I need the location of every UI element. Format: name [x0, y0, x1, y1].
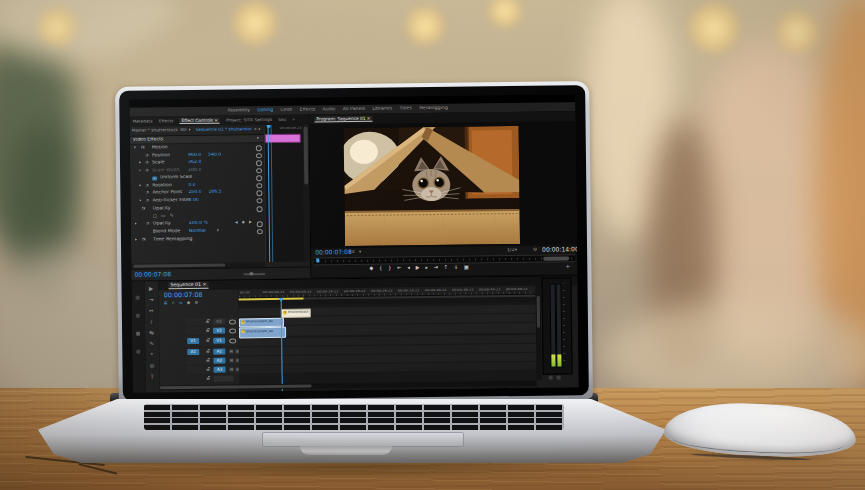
workspace-tab-audio[interactable]: Audio — [322, 107, 335, 112]
position-y-value[interactable]: 540.0 — [208, 152, 221, 157]
go-to-out-icon[interactable]: ⇥ — [433, 265, 438, 271]
close-icon[interactable]: × — [203, 282, 207, 287]
program-current-timecode[interactable]: 00:00:07:08 — [315, 249, 352, 255]
tab-effect-controls[interactable]: Effect Controls × — [179, 118, 220, 125]
timeline-settings-icon[interactable]: ⚙ — [194, 301, 198, 306]
expand-icon[interactable]: ▸ — [135, 222, 137, 226]
hand-tool[interactable]: * — [145, 352, 158, 358]
settings-wrench-icon[interactable]: ⚙ — [533, 247, 537, 252]
export-frame-icon[interactable]: ▣ — [464, 265, 469, 271]
stopwatch-icon[interactable]: ◔ — [145, 183, 149, 187]
extract-icon[interactable]: ↓ — [454, 265, 459, 271]
timeline-timecode[interactable]: 00:00:07:08 — [164, 292, 203, 299]
ec-video-effects-bar[interactable]: Video Effects ▾ — [130, 135, 264, 145]
program-playhead[interactable] — [316, 258, 319, 262]
keyframe-prev-icon[interactable]: ◀ — [235, 220, 238, 224]
chevron-down-icon[interactable]: ▾ — [217, 228, 219, 232]
track-target-master[interactable] — [214, 375, 234, 382]
ec-sequence-clip[interactable]: Sequence 01 * shutterstoc… — [196, 127, 252, 132]
ellipse-mask-icon[interactable]: ○ — [153, 213, 158, 218]
eye-icon[interactable] — [229, 320, 236, 325]
timeline-clip-v3[interactable]: fx shutterstock — [281, 308, 311, 317]
mark-out-icon[interactable]: } — [388, 266, 392, 272]
zoom-slider[interactable] — [243, 273, 265, 275]
lock-icon[interactable] — [206, 329, 209, 332]
lock-icon[interactable] — [207, 377, 210, 380]
track-target-a2[interactable]: A2 — [213, 357, 225, 364]
chevron-down-icon[interactable]: ▾ — [257, 136, 259, 140]
reset-icon[interactable] — [256, 198, 262, 204]
tab-project[interactable]: Project: SITX Settings — [226, 118, 272, 123]
workspace-tab-editing[interactable]: Editing — [257, 108, 273, 113]
play-button-icon[interactable]: ▶ — [415, 265, 419, 271]
pen-mask-icon[interactable]: ✎ — [170, 213, 174, 218]
source-patch-a1[interactable]: A1 — [187, 348, 199, 355]
workspace-tab-libraries[interactable]: Libraries — [372, 107, 392, 112]
chevron-down-icon[interactable]: ▾ — [359, 250, 361, 254]
opacity-value[interactable]: 100.0 % — [189, 221, 208, 226]
reset-icon[interactable] — [257, 229, 263, 235]
ec-row-anti-flicker[interactable]: ▸ ◔ Anti-flicker Filter 0.00 — [130, 197, 264, 206]
anchor-y-value[interactable]: 166.5 — [208, 190, 221, 195]
mute-button[interactable]: M — [229, 358, 233, 362]
close-icon[interactable]: × — [214, 118, 218, 123]
reset-icon[interactable] — [256, 153, 262, 159]
position-x-value[interactable]: 960.0 — [188, 152, 201, 157]
rect-mask-icon[interactable]: ▭ — [161, 213, 166, 218]
mute-button[interactable]: M — [229, 349, 233, 353]
stopwatch-icon[interactable]: ◔ — [145, 191, 149, 195]
lock-icon[interactable] — [206, 359, 209, 362]
reset-icon[interactable] — [257, 221, 263, 227]
track-select-tool[interactable]: ⇥ — [145, 297, 158, 303]
meter-button[interactable] — [557, 375, 561, 379]
add-marker-icon[interactable]: ◆ — [187, 301, 191, 306]
ec-row-blend-mode[interactable]: Blend Mode Normal ▾ — [131, 228, 265, 237]
lock-icon[interactable] — [206, 350, 209, 353]
add-marker-icon[interactable]: ◆ — [369, 266, 373, 272]
eye-icon[interactable] — [229, 329, 236, 334]
expand-icon[interactable]: ▸ — [139, 161, 141, 165]
tab-sequence[interactable]: Sequence 01 × — [168, 282, 208, 289]
reset-icon[interactable] — [256, 145, 262, 151]
stopwatch-icon[interactable]: ◔ — [146, 222, 150, 226]
blend-mode-value[interactable]: Normal — [189, 228, 206, 233]
zoom-tool[interactable]: ◎ — [145, 363, 158, 369]
timeline-clip-v2[interactable]: fx shutterstock_40 — [239, 317, 284, 327]
track-target-v2[interactable]: V2 — [213, 327, 225, 334]
lock-icon[interactable] — [206, 320, 209, 323]
expand-icon[interactable]: ▸ — [139, 183, 141, 187]
keyframe-next-icon[interactable]: ▶ — [249, 220, 252, 224]
eye-icon[interactable] — [229, 339, 236, 344]
anchor-x-value[interactable]: 250.0 — [188, 190, 201, 195]
workspace-tab-assembly[interactable]: Assembly — [227, 108, 250, 113]
tab-source-truncated[interactable]: Sou — [278, 118, 286, 122]
ec-master-clip[interactable]: Master * shutterstock_4048… — [132, 128, 187, 133]
tab-metadata[interactable]: Metadata — [132, 119, 152, 124]
reset-icon[interactable] — [257, 206, 263, 212]
step-back-icon[interactable]: ◂ — [407, 265, 410, 271]
razor-tool[interactable]: / — [145, 319, 158, 325]
keyframe-add-icon[interactable]: ◆ — [242, 220, 245, 224]
ec-row-time-remapping[interactable]: ▸ fx Time Remapping — [131, 236, 265, 245]
dock-icon[interactable] — [136, 350, 140, 354]
dock-icon[interactable] — [136, 314, 140, 318]
reset-icon[interactable] — [256, 190, 262, 196]
timeline-menu-icon[interactable]: ≣ — [164, 301, 168, 306]
scrubber-zoom-handle[interactable] — [543, 256, 569, 260]
selection-tool[interactable]: ▶ — [145, 286, 158, 292]
workspace-tab-metalogging[interactable]: Metalogging — [419, 106, 448, 111]
stopwatch-icon[interactable]: ◔ — [145, 161, 149, 165]
collapse-icon[interactable]: ▾ — [134, 146, 136, 150]
snap-icon[interactable]: ∩ — [172, 301, 175, 306]
ec-bottom-timecode[interactable]: 00:00:07:08 — [134, 271, 171, 277]
workspace-tab-all-panels[interactable]: All Panels — [343, 107, 365, 112]
anti-flicker-value[interactable]: 0.00 — [188, 197, 198, 202]
tab-program[interactable]: Program: Sequence 01 × — [314, 116, 372, 123]
workspace-tab-color[interactable]: Color — [280, 108, 292, 113]
lift-icon[interactable]: ↑ — [443, 265, 448, 271]
step-forward-icon[interactable]: ▸ — [425, 265, 428, 271]
linked-selection-icon[interactable]: ∞ — [179, 301, 183, 306]
ec-mini-timeline[interactable]: 00:00:09:23 shutterstock_4048 — [264, 125, 305, 262]
tab-effects[interactable]: Effects — [159, 119, 174, 123]
timeline-clip-v1[interactable]: fx shutterstock_40 — [239, 326, 286, 338]
